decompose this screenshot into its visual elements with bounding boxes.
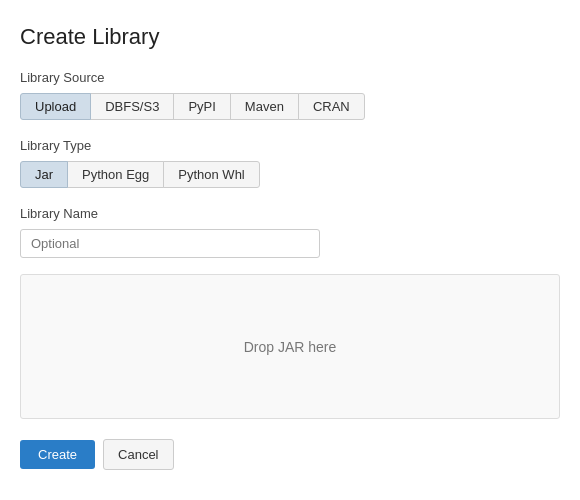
source-maven-button[interactable]: Maven: [230, 93, 299, 120]
library-name-input[interactable]: [20, 229, 320, 258]
library-source-section: Library Source Upload DBFS/S3 PyPI Maven…: [20, 70, 560, 120]
create-button[interactable]: Create: [20, 440, 95, 469]
source-pypi-button[interactable]: PyPI: [173, 93, 230, 120]
drop-zone[interactable]: Drop JAR here: [20, 274, 560, 419]
action-buttons: Create Cancel: [20, 439, 560, 470]
library-type-label: Library Type: [20, 138, 560, 153]
library-name-section: Library Name: [20, 206, 560, 258]
cancel-button[interactable]: Cancel: [103, 439, 173, 470]
type-jar-button[interactable]: Jar: [20, 161, 68, 188]
library-source-button-group: Upload DBFS/S3 PyPI Maven CRAN: [20, 93, 560, 120]
source-dbfs-button[interactable]: DBFS/S3: [90, 93, 174, 120]
type-python-egg-button[interactable]: Python Egg: [67, 161, 164, 188]
type-python-whl-button[interactable]: Python Whl: [163, 161, 259, 188]
source-cran-button[interactable]: CRAN: [298, 93, 365, 120]
library-type-button-group: Jar Python Egg Python Whl: [20, 161, 560, 188]
library-type-section: Library Type Jar Python Egg Python Whl: [20, 138, 560, 188]
library-source-label: Library Source: [20, 70, 560, 85]
source-upload-button[interactable]: Upload: [20, 93, 91, 120]
library-name-label: Library Name: [20, 206, 560, 221]
drop-zone-text: Drop JAR here: [244, 339, 337, 355]
page-title: Create Library: [20, 24, 560, 50]
